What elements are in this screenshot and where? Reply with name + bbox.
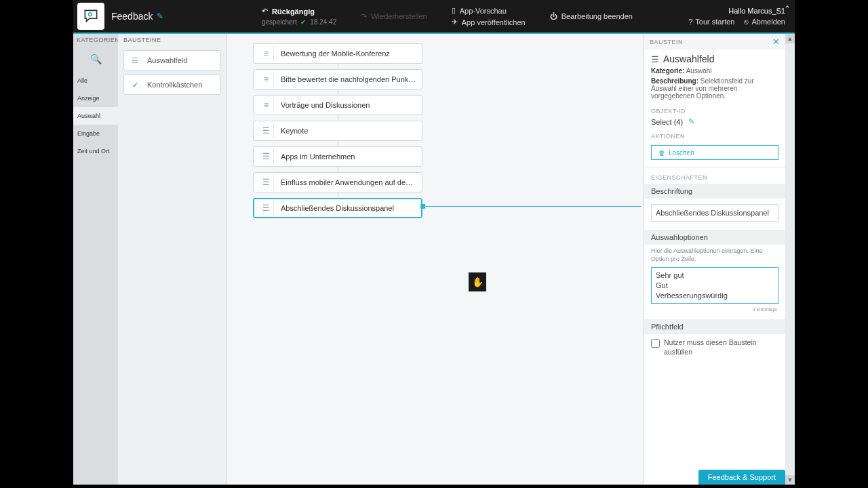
canvas[interactable]: ≡ Bewertung der Mobile-Konferenz ≡ Bitte… (226, 34, 644, 485)
undo-icon: ↶ (262, 7, 268, 16)
prop-pflicht-header: Pflichtfeld (644, 319, 785, 334)
beschriftung-input[interactable] (651, 204, 778, 222)
help-icon: ? (688, 18, 692, 26)
canvas-node[interactable]: ☰ Einfluss mobiler Anwendungen auf den G… (253, 172, 422, 192)
rail-item-zeit-ort[interactable]: Zeit und Ort (73, 142, 118, 160)
logout-button[interactable]: ⎋ Abmelden (744, 18, 785, 26)
close-inspector-icon[interactable]: ✕ (772, 37, 781, 47)
greeting: Hallo Marcus_S1 (728, 7, 785, 15)
logout-icon: ⎋ (744, 18, 749, 26)
rail-item-anzeige[interactable]: Anzeige (73, 89, 118, 107)
palette-block-kontrollkaestchen[interactable]: ✔ Kontrollkästchen (123, 75, 221, 95)
palette-block-auswahlfeld[interactable]: ☰ Auswahlfeld (123, 50, 221, 70)
topbar-right: Hallo Marcus_S1 ? Tour starten ⎋ Abmelde… (688, 4, 795, 28)
app-name: Feedback (111, 11, 153, 22)
properties-header: EIGENSCHAFTEN (644, 167, 785, 184)
options-textarea[interactable] (651, 267, 778, 304)
object-id-header: OBJEKT-ID (644, 101, 785, 117)
scroll-up-icon[interactable]: ▲ (785, 34, 795, 43)
pan-cursor-icon: ✋ (469, 272, 486, 291)
power-icon: ⏻ (550, 12, 557, 20)
saved-status: gespeichert ✔ 18.24.42 (262, 18, 336, 26)
saved-check-icon: ✔ (300, 18, 306, 26)
rail-item-alle[interactable]: Alle (73, 72, 118, 89)
undo-button[interactable]: ↶ Rückgängig (262, 7, 336, 16)
options-helper-text: Hier die Auswahloptionen eintragen. Eine… (644, 245, 785, 264)
feedback-support-button[interactable]: Feedback & Support (698, 470, 785, 485)
select-icon: ☰ (259, 175, 274, 190)
checkbox-icon: ✔ (130, 81, 140, 89)
search-blocks-icon[interactable]: 🔍 (73, 49, 118, 69)
prop-beschriftung-header: Beschriftung (644, 184, 785, 199)
publish-icon: ✈ (452, 18, 458, 26)
pflicht-checkbox-row[interactable]: Nutzer muss diesen Baustein ausfüllen (644, 334, 785, 357)
options-count: 3 Einträge (644, 305, 785, 312)
inspector-strip-label: BAUSTEIN (650, 39, 683, 45)
actions-header: AKTIONEN (644, 126, 785, 142)
redo-icon: ↷ (361, 12, 367, 21)
node-stack: ≡ Bewertung der Mobile-Konferenz ≡ Bitte… (253, 43, 422, 224)
canvas-node[interactable]: ☰ Apps im Unternehmen (253, 146, 422, 167)
canvas-node[interactable]: ≡ Vorträge und Diskussionen (253, 95, 422, 115)
block-palette: BAUSTEINE ☰ Auswahlfeld ✔ Kontrollkästch… (118, 34, 226, 485)
category-rail: KATEGORIEN 🔍 Alle Anzeige Auswahl Eingab… (73, 34, 118, 485)
topbar-center: ↶ Rückgängig gespeichert ✔ 18.24.42 ↷ Wi… (250, 0, 645, 33)
canvas-node[interactable]: ≡ Bewertung der Mobile-Konferenz (253, 43, 422, 64)
start-tour-button[interactable]: ? Tour starten (688, 18, 734, 26)
collapse-topbar-icon[interactable]: ⌃ (784, 4, 791, 14)
svg-point-0 (89, 13, 92, 16)
redo-button[interactable]: ↷ Wiederherstellen (361, 12, 427, 21)
rename-app-icon[interactable]: ✎ (157, 12, 163, 21)
pflicht-checkbox[interactable] (651, 339, 660, 348)
scroll-down-icon[interactable]: ▼ (785, 475, 795, 485)
select-icon: ☰ (259, 123, 274, 138)
selection-connector (422, 206, 641, 207)
inspector-scrollbar[interactable]: ▲ ▼ (785, 34, 795, 485)
text-block-icon: ≡ (259, 98, 274, 113)
select-icon: ☰ (259, 149, 274, 164)
trash-icon: 🗑 (658, 149, 665, 157)
select-icon: ☰ (130, 56, 140, 65)
inspector-panel: BAUSTEIN ✕ ☰ Auswahlfeld Kategorie: Ausw… (644, 34, 785, 485)
canvas-node[interactable]: ☰ Keynote (253, 121, 422, 141)
topbar: Feedback ✎ ↶ Rückgängig gespeichert ✔ 18… (73, 0, 795, 33)
text-block-icon: ≡ (259, 46, 274, 61)
rail-item-auswahl[interactable]: Auswahl (73, 107, 118, 125)
end-editing-button[interactable]: ⏻ Bearbeitung beenden (550, 12, 633, 20)
canvas-node[interactable]: ≡ Bitte bewertet die nachfolgenden Punkt… (253, 69, 422, 89)
app-root: Feedback ✎ ↶ Rückgängig gespeichert ✔ 18… (73, 0, 795, 485)
text-block-icon: ≡ (259, 72, 274, 87)
block-palette-header: BAUSTEINE (118, 34, 226, 46)
app-logo[interactable] (77, 3, 104, 30)
mobile-icon: ▯ (452, 6, 456, 15)
preview-button[interactable]: ▯ App-Vorschau (452, 6, 526, 15)
publish-button[interactable]: ✈ App veröffentlichen (452, 18, 526, 26)
inspector-title: Auswahlfeld (663, 54, 715, 64)
body: KATEGORIEN 🔍 Alle Anzeige Auswahl Eingab… (73, 33, 795, 485)
select-icon: ☰ (651, 54, 659, 64)
object-id-value: Select (4) (651, 118, 683, 126)
rail-item-eingabe[interactable]: Eingabe (73, 125, 118, 142)
select-icon: ☰ (259, 201, 274, 216)
delete-block-button[interactable]: 🗑 Löschen (651, 145, 778, 160)
speech-bubble-icon (82, 7, 100, 25)
category-rail-header: KATEGORIEN (73, 34, 118, 46)
edit-object-id-icon[interactable]: ✎ (688, 117, 694, 126)
prop-options-header: Auswahloptionen (644, 230, 785, 245)
canvas-node-selected[interactable]: ☰ Abschließendes Diskussionspanel (253, 198, 422, 218)
